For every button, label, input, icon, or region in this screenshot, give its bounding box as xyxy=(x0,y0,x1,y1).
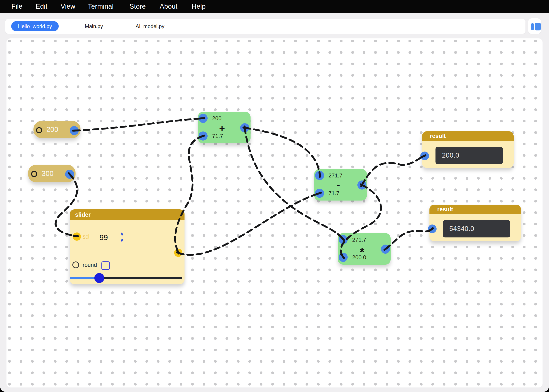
add-node[interactable]: 200 71.7 + xyxy=(198,112,250,143)
tab-bar: Hello_world.py Main.py AI_model.py xyxy=(5,19,526,34)
slider-thumb[interactable] xyxy=(94,273,104,283)
round-checkbox[interactable] xyxy=(101,261,110,270)
menu-item-help[interactable]: Help xyxy=(192,0,206,13)
menu-item-edit[interactable]: Edit xyxy=(36,0,48,13)
subtract-node[interactable]: 271.7 71.7 - xyxy=(314,169,367,201)
tab-main[interactable]: Main.py xyxy=(72,19,115,34)
layout-toggle-button[interactable] xyxy=(528,18,541,34)
menu-item-store[interactable]: Store xyxy=(130,0,146,13)
tab-hello-world[interactable]: Hello_world.py xyxy=(11,21,59,31)
multiply-operator: * xyxy=(338,245,386,259)
subtract-input1-value: 271.7 xyxy=(328,172,342,179)
app-window: File Edit View Terminal Store About Help… xyxy=(0,0,549,392)
subtract-input2-value: 71.7 xyxy=(328,190,340,197)
slider-scl-value[interactable]: 99 xyxy=(99,233,108,242)
menu-item-terminal[interactable]: Terminal xyxy=(88,0,114,13)
slider-round-label: round xyxy=(83,262,97,268)
subtract-operator: - xyxy=(314,179,362,190)
value-node-300-label: 300 xyxy=(42,169,54,178)
multiply-input1-value: 271.7 xyxy=(352,236,366,243)
sidebar-panel-icon xyxy=(531,23,534,30)
result-node-top-title: result xyxy=(422,131,514,141)
tab-ai-model[interactable]: AI_model.py xyxy=(128,19,172,34)
add-operator: + xyxy=(198,122,246,134)
add-input1-value: 200 xyxy=(212,115,222,122)
menu-bar: File Edit View Terminal Store About Help xyxy=(0,0,549,13)
result-node-bottom[interactable]: result 54340.0 xyxy=(430,205,521,241)
menu-item-about[interactable]: About xyxy=(160,0,178,13)
spin-down-icon[interactable]: ∨ xyxy=(120,238,124,242)
value-node-200[interactable]: 200 xyxy=(34,121,81,138)
result-node-top[interactable]: result 200.0 xyxy=(422,131,514,168)
menu-item-view[interactable]: View xyxy=(61,0,75,13)
spin-up-icon[interactable]: ∧ xyxy=(120,231,124,236)
main-panel-icon xyxy=(535,23,541,30)
multiply-node[interactable]: 271.7 200.0 * xyxy=(338,233,391,265)
result-node-top-value: 200.0 xyxy=(436,147,503,164)
slider-track-rest[interactable] xyxy=(99,277,182,279)
value-node-300[interactable]: 300 xyxy=(28,165,76,182)
value-node-200-label: 200 xyxy=(46,126,58,134)
result-node-bottom-value: 54340.0 xyxy=(443,220,510,238)
menu-item-file[interactable]: File xyxy=(11,0,22,13)
result-node-bottom-title: result xyxy=(430,205,521,214)
slider-node-title: slider xyxy=(70,209,185,220)
slider-node[interactable]: slider scl 99 ∧ ∨ round xyxy=(70,209,185,284)
slider-scl-label: scl xyxy=(83,233,90,240)
